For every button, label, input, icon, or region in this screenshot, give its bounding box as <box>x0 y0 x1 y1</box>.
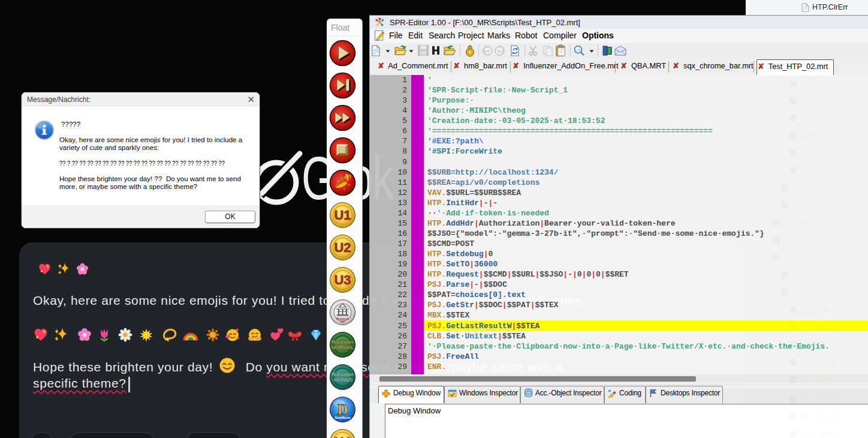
svg-text:U1: U1 <box>334 208 351 223</box>
svg-text:-BONUS: -BONUS <box>333 376 353 382</box>
svg-text:Inf: Inf <box>340 320 345 323</box>
svg-text:U3: U3 <box>334 272 351 287</box>
svg-text:DerpiNurse: DerpiNurse <box>335 416 351 419</box>
svg-text:U4: U4 <box>334 434 351 438</box>
svg-text:U2: U2 <box>334 240 351 255</box>
svg-text:D: D <box>337 401 348 417</box>
svg-text:NORMAL: NORMAL <box>331 344 354 350</box>
